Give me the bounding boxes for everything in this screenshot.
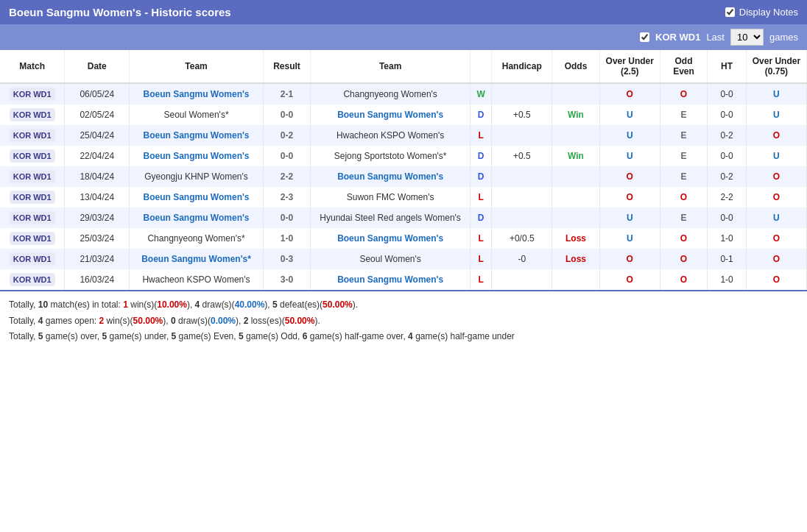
col-match: Match — [0, 50, 65, 83]
table-header: Match Date Team Result Team Handicap Odd… — [0, 50, 807, 83]
league-filter-checkbox[interactable] — [640, 32, 649, 42]
league-badge: KOR WD1 — [10, 108, 55, 121]
match-date: 29/03/24 — [80, 213, 114, 223]
odd-even: O — [680, 89, 687, 99]
handicap-value: +0.5 — [513, 151, 531, 161]
league-filter-label: KOR WD1 — [655, 32, 700, 43]
league-badge: KOR WD1 — [10, 191, 55, 204]
display-notes-container: Display Notes — [725, 7, 798, 18]
team2-name: Hyundai Steel Red angels Women's — [320, 213, 461, 223]
odd-even: E — [680, 213, 686, 223]
match-date: 02/05/24 — [80, 110, 114, 120]
handicap-value: +0.5 — [513, 110, 531, 120]
ht-score: 1-0 — [720, 233, 733, 244]
table-row: KOR WD129/03/24Boeun Sangmu Women's0-0Hy… — [0, 208, 807, 228]
league-badge: KOR WD1 — [10, 88, 55, 101]
match-score: 1-0 — [281, 233, 293, 244]
match-outcome: L — [478, 130, 483, 141]
team1-name: Boeun Sangmu Women's — [144, 192, 250, 202]
table-row: KOR WD106/05/24Boeun Sangmu Women's2-1Ch… — [0, 83, 807, 104]
col-date: Date — [65, 50, 130, 83]
games-label: games — [769, 32, 798, 43]
col-outcome — [471, 50, 492, 83]
over-under-075: O — [773, 130, 780, 141]
match-outcome: D — [478, 171, 484, 182]
odd-even: E — [680, 130, 686, 141]
games-select[interactable]: 10 20 30 — [730, 29, 764, 46]
summary-line-3: Totally, 5 game(s) over, 5 game(s) under… — [9, 329, 798, 345]
odd-even: E — [680, 110, 686, 120]
col-over-under-25: Over Under (2.5) — [599, 50, 660, 83]
over-under-075: O — [773, 192, 780, 202]
over-under-25: O — [627, 254, 633, 264]
team2-name: Sejong Sportstoto Women's* — [334, 151, 447, 161]
table-row: KOR WD121/03/24Boeun Sangmu Women's*0-3S… — [0, 249, 807, 269]
over-under-25: U — [627, 130, 633, 141]
team2-name: Boeun Sangmu Women's — [337, 171, 443, 182]
over-under-075: O — [773, 254, 780, 264]
odd-even: O — [680, 254, 687, 264]
col-handicap: Handicap — [492, 50, 552, 83]
col-result: Result — [263, 50, 310, 83]
handicap-value: +0/0.5 — [510, 233, 535, 244]
match-date: 22/04/24 — [80, 151, 114, 161]
match-outcome: W — [476, 89, 484, 99]
over-under-25: U — [627, 233, 633, 244]
match-date: 25/03/24 — [80, 233, 114, 244]
table-row: KOR WD118/04/24Gyeongju KHNP Women's2-2B… — [0, 166, 807, 187]
league-badge: KOR WD1 — [10, 232, 55, 245]
league-badge: KOR WD1 — [10, 170, 55, 183]
team2-name: Suwon FMC Women's — [347, 192, 434, 202]
filter-bar: KOR WD1 Last 10 20 30 games — [0, 24, 807, 50]
team1-name: Gyeongju KHNP Women's — [144, 171, 248, 182]
ht-score: 0-0 — [720, 151, 733, 161]
title-bar: Boeun Sangmu Women's - Historic scores D… — [0, 0, 807, 24]
match-score: 2-3 — [281, 192, 293, 202]
col-team1: Team — [130, 50, 264, 83]
over-under-075: O — [773, 233, 780, 244]
team2-name: Boeun Sangmu Women's — [337, 274, 443, 285]
match-score: 3-0 — [281, 274, 293, 285]
match-outcome: L — [478, 192, 483, 202]
match-date: 18/04/24 — [80, 171, 114, 182]
match-outcome: D — [478, 110, 484, 120]
match-score: 2-2 — [281, 171, 293, 182]
summary-section: Totally, 10 match(es) in total: 1 win(s)… — [0, 290, 807, 351]
over-under-075: O — [773, 274, 780, 285]
match-outcome: L — [478, 233, 483, 244]
table-row: KOR WD116/03/24Hwacheon KSPO Women's3-0B… — [0, 269, 807, 290]
col-team2: Team — [311, 50, 471, 83]
match-score: 0-2 — [281, 130, 293, 141]
ht-score: 0-0 — [720, 110, 733, 120]
match-score: 0-0 — [281, 110, 293, 120]
team1-name: Seoul Women's* — [163, 110, 228, 120]
match-outcome: D — [478, 151, 484, 161]
display-notes-label: Display Notes — [739, 7, 798, 18]
ht-score: 0-2 — [720, 130, 733, 141]
over-under-25: O — [627, 89, 633, 99]
ht-score: 0-0 — [720, 89, 733, 99]
ht-score: 0-0 — [720, 213, 733, 223]
odds-value: Loss — [565, 254, 586, 264]
team2-name: Boeun Sangmu Women's — [337, 233, 443, 244]
team1-name: Boeun Sangmu Women's — [144, 213, 250, 223]
over-under-25: O — [627, 171, 633, 182]
odds-value: Win — [568, 151, 584, 161]
display-notes-checkbox[interactable] — [725, 7, 735, 17]
over-under-075: O — [773, 171, 780, 182]
over-under-25: U — [627, 213, 633, 223]
match-score: 2-1 — [281, 89, 293, 99]
team1-name: Changnyeong Women's* — [147, 233, 244, 244]
match-score: 0-3 — [281, 254, 293, 264]
odd-even: E — [680, 171, 686, 182]
table-row: KOR WD125/03/24Changnyeong Women's*1-0Bo… — [0, 228, 807, 249]
team2-name: Changnyeong Women's — [343, 89, 437, 99]
table-row: KOR WD122/04/24Boeun Sangmu Women's0-0Se… — [0, 146, 807, 166]
team1-name: Boeun Sangmu Women's* — [141, 254, 251, 264]
match-score: 0-0 — [281, 151, 293, 161]
match-date: 21/03/24 — [80, 254, 114, 264]
match-date: 13/04/24 — [80, 192, 114, 202]
odd-even: E — [680, 151, 686, 161]
league-badge: KOR WD1 — [10, 149, 55, 163]
summary-line-2: Totally, 4 games open: 2 win(s)(50.00%),… — [9, 313, 798, 330]
